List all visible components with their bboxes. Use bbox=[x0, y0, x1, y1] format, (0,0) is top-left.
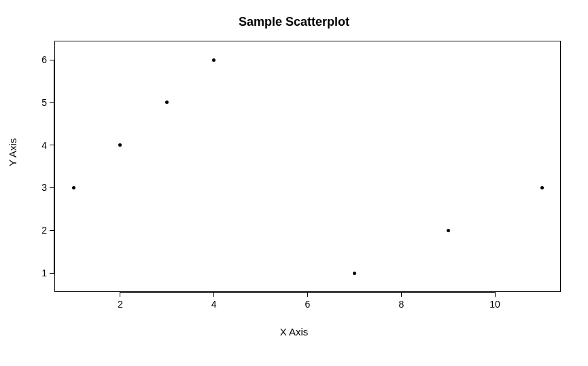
data-point bbox=[212, 58, 215, 62]
y-tick bbox=[50, 145, 54, 145]
plot-area bbox=[54, 41, 561, 292]
x-tick-label: 4 bbox=[211, 299, 217, 310]
x-tick-label: 8 bbox=[398, 299, 404, 310]
y-tick bbox=[50, 230, 54, 231]
x-tick bbox=[495, 292, 496, 297]
data-point bbox=[72, 186, 75, 189]
data-point bbox=[353, 272, 356, 275]
y-tick-label: 2 bbox=[31, 225, 47, 236]
data-point bbox=[447, 229, 450, 232]
x-tick-label: 10 bbox=[489, 299, 500, 310]
x-tick bbox=[213, 292, 214, 297]
y-tick bbox=[50, 273, 54, 274]
y-tick bbox=[50, 187, 54, 188]
chart-title: Sample Scatterplot bbox=[0, 15, 588, 29]
data-point bbox=[540, 186, 544, 189]
y-tick-label: 5 bbox=[31, 97, 47, 108]
x-tick bbox=[401, 292, 402, 297]
x-tick bbox=[307, 292, 308, 297]
x-tick-label: 6 bbox=[305, 299, 311, 310]
y-tick-label: 6 bbox=[31, 54, 47, 65]
y-tick-label: 1 bbox=[31, 268, 47, 278]
y-axis-label: Y Axis bbox=[7, 139, 18, 166]
y-axis-line bbox=[54, 60, 54, 273]
x-tick-label: 2 bbox=[118, 299, 123, 310]
y-tick bbox=[50, 102, 54, 103]
x-tick bbox=[120, 292, 120, 297]
x-axis-label: X Axis bbox=[0, 326, 588, 337]
y-tick bbox=[50, 60, 54, 60]
y-tick-label: 3 bbox=[31, 182, 47, 193]
y-tick-label: 4 bbox=[31, 140, 47, 151]
